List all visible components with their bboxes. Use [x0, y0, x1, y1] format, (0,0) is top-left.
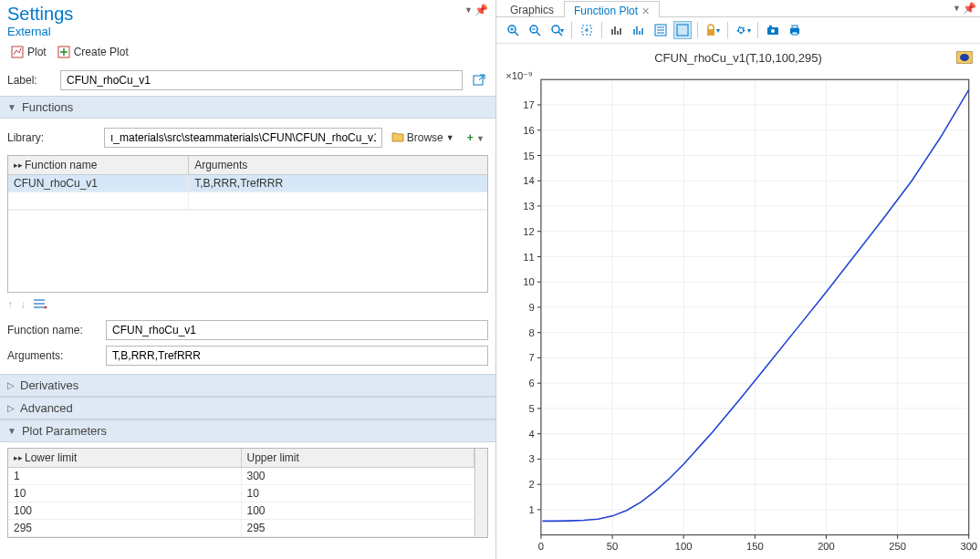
table-cell: 295 — [8, 520, 242, 537]
functions-section-title: Functions — [22, 100, 73, 114]
plot-params-header-lower[interactable]: ▸▸ Lower limit — [8, 449, 242, 467]
svg-text:17: 17 — [523, 99, 534, 110]
svg-text:4: 4 — [529, 429, 535, 440]
tab-function-plot[interactable]: Function Plot ✕ — [564, 1, 660, 17]
table-row[interactable]: 1 300 — [8, 468, 474, 485]
tab-label: Graphics — [510, 4, 554, 16]
svg-text:11: 11 — [523, 252, 534, 263]
browse-label: Browse — [407, 131, 443, 144]
svg-rect-0 — [12, 47, 23, 57]
svg-line-9 — [537, 32, 540, 36]
chevron-down-icon: ▼ — [476, 134, 485, 143]
svg-rect-27 — [792, 32, 798, 35]
chevron-right-icon: ▷ — [7, 403, 15, 413]
library-input[interactable] — [104, 128, 382, 148]
plot-button-label: Plot — [27, 46, 47, 58]
plot-icon — [11, 46, 24, 58]
dropdown-icon[interactable]: ▼ — [953, 4, 961, 13]
bars2-button[interactable] — [630, 21, 648, 39]
derivatives-section-header[interactable]: ▷ Derivatives — [0, 374, 495, 397]
folder-icon — [391, 131, 404, 145]
svg-text:200: 200 — [818, 541, 835, 552]
move-up-button[interactable]: ↑ — [7, 298, 13, 312]
print-button[interactable] — [786, 21, 804, 39]
plot-badge-icon — [956, 51, 973, 64]
table-cell: 100 — [242, 502, 475, 520]
arguments-input[interactable] — [106, 346, 488, 366]
table-row[interactable]: 295 295 — [8, 520, 474, 537]
svg-rect-2 — [474, 76, 483, 85]
functions-table-header-args[interactable]: Arguments — [189, 156, 487, 174]
table-cell: 1 — [8, 468, 242, 485]
list-options-button[interactable] — [33, 298, 47, 312]
svg-text:12: 12 — [523, 226, 534, 237]
create-plot-button[interactable]: Create Plot — [54, 44, 132, 60]
chart-canvas: 1234567891011121314151617050100150200250… — [496, 68, 980, 559]
svg-text:50: 50 — [607, 541, 618, 552]
table-row[interactable]: 10 10 — [8, 485, 474, 502]
functions-section-header[interactable]: ▼ Functions — [0, 96, 495, 119]
label-input[interactable] — [60, 70, 463, 90]
svg-text:15: 15 — [523, 150, 534, 161]
grid-button[interactable] — [673, 21, 692, 39]
svg-text:7: 7 — [529, 353, 535, 364]
table-cell: 300 — [242, 468, 475, 485]
scrollbar[interactable] — [474, 449, 487, 537]
chevron-down-icon: ▼ — [7, 426, 16, 436]
svg-text:3: 3 — [529, 453, 535, 464]
camera-button[interactable] — [764, 21, 782, 39]
lock-button[interactable]: ▾ — [704, 21, 722, 39]
table-row[interactable]: 100 100 — [8, 502, 474, 520]
expand-col-icon: ▸▸ — [14, 160, 23, 170]
zoom-out-button[interactable] — [526, 21, 544, 39]
plot-title: CFUN_rhoCu_v1(T,10,100,295) — [496, 44, 980, 68]
svg-point-11 — [552, 26, 559, 33]
settings-title: Settings — [7, 4, 73, 25]
plot-area[interactable]: CFUN_rhoCu_v1(T,10,100,295) 123456789101… — [496, 44, 980, 559]
svg-text:×10⁻⁹: ×10⁻⁹ — [506, 70, 532, 81]
svg-text:300: 300 — [960, 541, 977, 552]
advanced-section-header[interactable]: ▷ Advanced — [0, 397, 495, 419]
functions-table-header-name[interactable]: ▸▸ Function name — [8, 156, 189, 174]
svg-text:10: 10 — [523, 276, 534, 287]
svg-text:150: 150 — [746, 541, 764, 552]
tab-graphics[interactable]: Graphics — [500, 0, 564, 16]
table-cell: CFUN_rhoCu_v1 — [8, 175, 189, 192]
svg-rect-26 — [792, 26, 798, 28]
svg-text:250: 250 — [889, 541, 906, 552]
chevron-right-icon: ▷ — [7, 380, 15, 390]
plot-params-header-upper[interactable]: Upper limit — [242, 449, 475, 467]
legend-button[interactable] — [652, 21, 670, 39]
function-name-label: Function name: — [7, 324, 99, 336]
create-plot-button-label: Create Plot — [74, 46, 129, 58]
table-cell: T,B,RRR,TrefRRR — [189, 175, 487, 192]
svg-point-29 — [960, 54, 969, 61]
table-row[interactable] — [8, 192, 487, 210]
settings-subtitle: External — [0, 25, 495, 40]
table-row[interactable]: CFUN_rhoCu_v1 T,B,RRR,TrefRRR — [8, 175, 487, 192]
zoom-box-button[interactable]: ▾ — [547, 21, 566, 39]
close-icon[interactable]: ✕ — [641, 5, 650, 17]
scene-light-button[interactable]: ▾ — [734, 21, 752, 39]
goto-node-button[interactable] — [470, 71, 488, 89]
pin-icon[interactable]: 📌 — [474, 4, 488, 16]
expand-col-icon: ▸▸ — [14, 453, 23, 462]
svg-point-3 — [45, 306, 47, 309]
bars1-button[interactable] — [608, 21, 626, 39]
table-cell — [189, 192, 487, 210]
move-down-button[interactable]: ↓ — [20, 298, 26, 312]
function-name-input[interactable] — [106, 320, 488, 340]
add-button[interactable]: + ▼ — [464, 129, 488, 146]
browse-button[interactable]: Browse ▼ — [388, 129, 458, 147]
plot-params-section-header[interactable]: ▼ Plot Parameters — [0, 419, 495, 442]
table-cell: 295 — [242, 520, 475, 537]
svg-rect-24 — [769, 26, 772, 27]
svg-text:0: 0 — [538, 541, 544, 552]
dropdown-icon[interactable]: ▼ — [464, 5, 473, 15]
plot-button[interactable]: Plot — [7, 44, 50, 60]
zoom-in-button[interactable] — [504, 21, 522, 39]
pin-icon[interactable]: 📌 — [963, 2, 976, 15]
zoom-extents-button[interactable] — [578, 21, 596, 39]
svg-text:1: 1 — [529, 504, 535, 515]
plot-params-section-title: Plot Parameters — [22, 424, 107, 438]
